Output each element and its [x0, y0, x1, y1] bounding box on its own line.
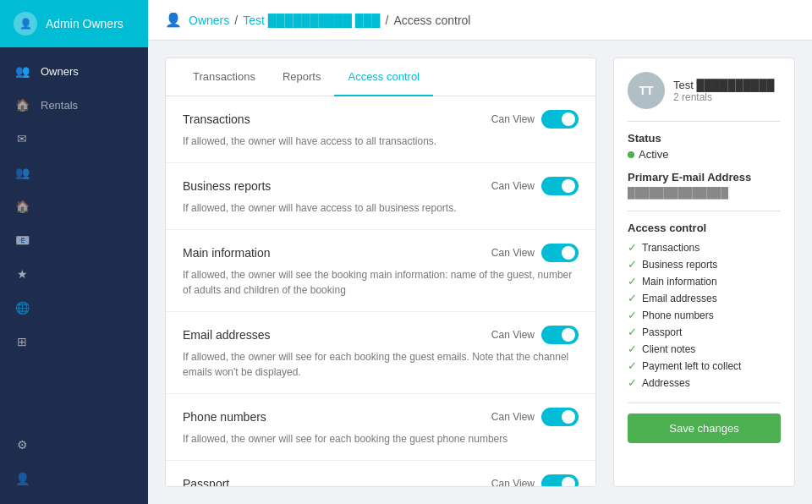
tab-transactions[interactable]: Transactions: [179, 58, 269, 96]
rentals-icon: 🏠: [14, 98, 30, 112]
toggle-wrap-email-addresses: Can View: [491, 326, 579, 344]
permission-title-transactions: Transactions: [183, 112, 250, 126]
sidebar-footer: ⚙ 👤: [0, 428, 148, 504]
breadcrumb-current: Access control: [393, 14, 470, 27]
toggle-business-reports[interactable]: [541, 177, 579, 195]
check-icon: ✓: [628, 309, 637, 321]
access-item: ✓Phone numbers: [628, 309, 781, 321]
check-icon: ✓: [628, 258, 637, 271]
status-value: Active: [628, 148, 781, 161]
status-label: Status: [628, 132, 781, 145]
toggle-email-addresses[interactable]: [541, 326, 579, 344]
permission-title-email-addresses: Email addresses: [183, 328, 271, 342]
sidebar-item-email[interactable]: 📧: [0, 223, 148, 257]
toggle-transactions[interactable]: [541, 110, 579, 129]
access-items: ✓Transactions✓Business reports✓Main info…: [628, 241, 781, 389]
sidebar-item-rentals[interactable]: 🏠 Rentals: [0, 88, 148, 122]
can-view-label-business-reports: Can View: [491, 180, 535, 192]
owner-rentals: 2 rentals: [673, 91, 775, 103]
permission-item-main-information: Main information Can View If allowed, th…: [166, 230, 595, 312]
access-item: ✓Client notes: [628, 342, 781, 355]
topbar: 👤 Owners / Test ██████████ ███ / Access …: [148, 0, 812, 41]
toggle-wrap-business-reports: Can View: [491, 177, 579, 195]
globe-icon: 🌐: [14, 301, 30, 315]
permission-desc-business-reports: If allowed, the owner will have access t…: [183, 200, 579, 216]
sidebar-item-settings[interactable]: ⚙: [0, 428, 148, 462]
tabs: Transactions Reports Access control: [166, 58, 595, 96]
access-item-label: Passport: [642, 326, 682, 338]
sidebar-header: 👤 Admin Owners: [0, 0, 148, 47]
permission-desc-phone-numbers: If allowed, the owner will see for each …: [183, 431, 579, 446]
access-section: Access control ✓Transactions✓Business re…: [628, 222, 781, 389]
messages-icon: ✉: [14, 132, 30, 145]
access-item-label: Payment left to collect: [642, 360, 741, 372]
permission-item-transactions: Transactions Can View If allowed, the ow…: [166, 96, 595, 163]
sidebar-item-owners[interactable]: 👥 Owners: [0, 54, 148, 88]
sidebar-item-contacts[interactable]: 👥: [0, 156, 148, 189]
access-title: Access control: [628, 222, 781, 234]
access-item-label: Transactions: [642, 242, 700, 254]
access-item-label: Addresses: [642, 377, 690, 389]
star-icon: ★: [14, 267, 30, 281]
email-icon: 📧: [14, 233, 30, 247]
permission-desc-main-information: If allowed, the owner will see the booki…: [183, 267, 579, 298]
access-item: ✓Passport: [628, 326, 781, 338]
toggle-main-information[interactable]: [541, 244, 579, 262]
breadcrumb-sep2: /: [386, 14, 389, 27]
permission-title-phone-numbers: Phone numbers: [183, 410, 266, 424]
breadcrumb-test[interactable]: Test ██████████ ███: [243, 14, 380, 27]
access-item-label: Phone numbers: [642, 310, 714, 321]
access-item-label: Main information: [642, 276, 717, 288]
save-changes-button[interactable]: Save changes: [628, 414, 781, 443]
toggle-passport[interactable]: [541, 474, 579, 487]
sidebar-item-home[interactable]: 🏠: [0, 189, 148, 223]
check-icon: ✓: [628, 326, 637, 338]
can-view-label-email-addresses: Can View: [491, 329, 535, 341]
owners-icon: 👥: [14, 64, 30, 78]
sidebar-header-label: Admin Owners: [46, 17, 123, 30]
sidebar-item-globe[interactable]: 🌐: [0, 291, 148, 325]
access-item-label: Client notes: [642, 343, 695, 355]
user-icon: 👤: [14, 472, 30, 485]
permission-title-passport: Passport: [183, 477, 229, 487]
status-section: Status Active: [628, 132, 781, 161]
status-text: Active: [639, 148, 668, 161]
owner-card: TT Test ██████████ 2 rentals: [628, 72, 781, 109]
tab-access-control[interactable]: Access control: [334, 58, 433, 96]
toggle-phone-numbers[interactable]: [541, 408, 579, 426]
breadcrumb-sep1: /: [234, 14, 238, 27]
admin-icon: 👤: [14, 12, 37, 36]
sidebar-item-star[interactable]: ★: [0, 257, 148, 291]
permission-list: Transactions Can View If allowed, the ow…: [166, 96, 595, 487]
access-item: ✓Addresses: [628, 376, 781, 389]
sidebar-item-user[interactable]: 👤: [0, 462, 148, 496]
check-icon: ✓: [628, 241, 637, 254]
access-item: ✓Main information: [628, 275, 781, 288]
breadcrumb-owners[interactable]: Owners: [189, 14, 229, 27]
sidebar-item-messages[interactable]: ✉: [0, 122, 148, 156]
email-section: Primary E-mail Address ██████████████: [628, 171, 781, 199]
contacts-icon: 👥: [14, 166, 30, 179]
access-item-label: Business reports: [642, 259, 717, 271]
check-icon: ✓: [628, 342, 637, 355]
check-icon: ✓: [628, 376, 637, 389]
main-content: 👤 Owners / Test ██████████ ███ / Access …: [148, 0, 812, 504]
home-icon: 🏠: [14, 200, 30, 213]
check-icon: ✓: [628, 359, 637, 372]
owner-info: Test ██████████ 2 rentals: [673, 79, 775, 103]
sidebar: 👤 Admin Owners 👥 Owners 🏠 Rentals ✉ 👥 🏠 …: [0, 0, 148, 504]
status-dot: [628, 151, 634, 158]
access-item: ✓Payment left to collect: [628, 359, 781, 372]
tab-reports[interactable]: Reports: [269, 58, 335, 96]
toggle-wrap-phone-numbers: Can View: [491, 408, 579, 426]
access-item: ✓Business reports: [628, 258, 781, 271]
sidebar-item-grid[interactable]: ⊞: [0, 325, 148, 359]
access-item: ✓Email addresses: [628, 292, 781, 304]
breadcrumb-icon: 👤: [165, 12, 182, 28]
email-value: ██████████████: [628, 187, 781, 199]
settings-icon: ⚙: [14, 438, 30, 452]
permission-item-phone-numbers: Phone numbers Can View If allowed, the o…: [166, 394, 595, 461]
avatar: TT: [628, 72, 665, 109]
check-icon: ✓: [628, 275, 637, 288]
breadcrumb: Owners / Test ██████████ ███ / Access co…: [189, 14, 470, 27]
